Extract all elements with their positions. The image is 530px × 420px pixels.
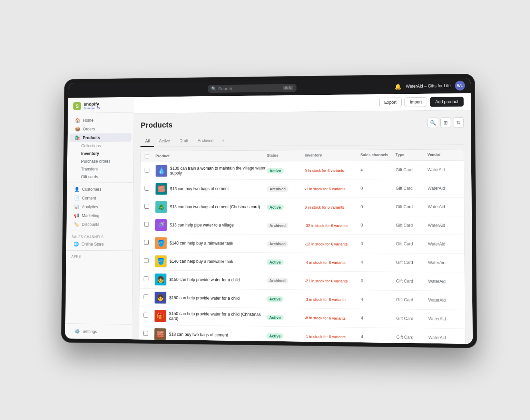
tab-draft[interactable]: Draft (175, 136, 193, 147)
th-vendor: Vendor (428, 152, 460, 158)
content-area: Export Import Add product Products 🔍 ⊞ ⇅ (132, 93, 473, 344)
th-sales-channels: Sales channels (361, 152, 396, 158)
sidebar-item-settings[interactable]: ⚙️ Settings (69, 327, 128, 336)
product-type-2: Gift Card (396, 204, 428, 209)
product-inventory-2: 0 in stock for 6 variants (305, 204, 361, 210)
product-status-2: Active (267, 204, 305, 210)
home-icon: 🏠 (75, 118, 80, 123)
table-row[interactable]: 💧 $100 can train a woman to maintain the… (140, 161, 464, 180)
add-product-button[interactable]: Add product (430, 97, 464, 107)
status-badge-5: Active (267, 259, 284, 265)
sidebar-item-products[interactable]: 🛍️ Products (69, 133, 131, 142)
row-checkbox-0[interactable] (145, 168, 155, 174)
sidebar-item-customers[interactable]: 👤 Customers (69, 185, 131, 193)
sidebar-item-marketing[interactable]: 📢 Marketing (69, 211, 131, 220)
import-button[interactable]: Import (404, 97, 427, 107)
sidebar-item-customers-label: Customers (82, 187, 101, 192)
sidebar-item-collections[interactable]: Collections (69, 142, 131, 150)
product-type-9: Gift Card (396, 335, 429, 340)
shopify-icon: S (73, 102, 81, 110)
table-row[interactable]: 👧 $150 can help provide water for a chil… (140, 270, 465, 291)
avatar[interactable]: WL (455, 81, 465, 91)
product-cell-6: 👧 $150 can help provide water for a chil… (155, 273, 267, 286)
tab-add-button[interactable]: + (218, 135, 228, 146)
sidebar-item-settings-label: Settings (82, 329, 97, 334)
row-checkbox-1[interactable] (145, 186, 155, 192)
row-checkbox-5[interactable] (144, 258, 155, 264)
sidebar-item-home[interactable]: 🏠 Home (70, 116, 132, 124)
shopify-text: shopify (84, 101, 100, 107)
search-bar[interactable]: 🔍 Search ⌘ K (208, 84, 296, 93)
page-title: Products (141, 121, 173, 130)
product-cell-8: 🎁 $150 can help provide water for a chil… (154, 310, 267, 323)
product-name-5: $140 can help buy a rainwater tank (169, 259, 233, 264)
table-row[interactable]: 🪣 $140 can help buy a rainwater tank Arc… (140, 234, 464, 254)
table-row[interactable]: 🎄 $18 can buy two bags of cement (Christ… (139, 343, 465, 344)
th-type: Type (395, 152, 427, 158)
product-cell-7: 👧 $150 can help provide water for a chil… (154, 291, 266, 305)
product-vendor-8: WaterAid (428, 316, 461, 321)
product-type-5: Gift Card (396, 260, 428, 265)
product-cell-4: 🪣 $140 can help buy a rainwater tank (155, 237, 266, 250)
tab-active[interactable]: Active (154, 136, 175, 147)
product-thumbnail-3: 🚿 (155, 219, 167, 231)
tab-archived[interactable]: Archived (193, 135, 218, 146)
settings-icon: ⚙️ (75, 329, 80, 334)
product-name-3: $13 can help pipe water to a village (170, 223, 234, 228)
marketing-icon: 📢 (74, 213, 79, 218)
tab-all[interactable]: All (140, 136, 154, 147)
table-row[interactable]: 🎄 $13 can buy two bags of cement (Christ… (140, 198, 464, 216)
row-checkbox-9[interactable] (143, 331, 154, 337)
search-products-button[interactable]: 🔍 (428, 118, 438, 128)
product-type-4: Gift Card (396, 241, 428, 247)
product-vendor-6: WaterAid (428, 279, 460, 284)
nav-divider-1 (67, 182, 133, 183)
inventory-text-5: -4 in stock for 6 variants (305, 260, 345, 265)
status-badge-7: Active (266, 296, 283, 302)
sidebar-item-products-label: Products (83, 135, 100, 140)
product-vendor-7: WaterAid (428, 298, 461, 303)
sidebar-item-discounts[interactable]: 🏷️ Discounts (68, 220, 131, 229)
row-checkbox-8[interactable] (144, 313, 154, 319)
search-placeholder: Search (218, 86, 232, 91)
row-checkbox-3[interactable] (144, 222, 155, 228)
notification-button[interactable]: 🔔 (395, 83, 402, 90)
product-thumbnail-5: 🪣 (155, 255, 167, 268)
sidebar-item-inventory[interactable]: Inventory (69, 150, 131, 158)
product-status-7: Active (266, 296, 305, 302)
sidebar-item-transfers[interactable]: Transfers (69, 165, 131, 173)
row-checkbox-2[interactable] (144, 204, 155, 210)
row-checkbox-7[interactable] (144, 294, 154, 301)
sidebar-item-orders[interactable]: 📦 Orders (70, 124, 132, 133)
content-icon: 📄 (74, 196, 80, 201)
sidebar-item-gift-cards[interactable]: Gift cards (69, 173, 131, 181)
inventory-text-4: -12 in stock for 6 variants (305, 242, 347, 246)
sidebar-item-analytics[interactable]: 📊 Analytics (69, 202, 131, 211)
product-status-6: Archived (266, 277, 305, 284)
export-button[interactable]: Export (379, 98, 402, 108)
product-sales-channels-1: 0 (361, 186, 396, 191)
sidebar-bottom: ⚙️ Settings (65, 323, 132, 339)
product-inventory-3: -32 in stock for 6 variants (305, 222, 361, 228)
product-cell-9: 🧱 $18 can buy two bags of cement (154, 328, 266, 342)
product-inventory-7: -3 in stock for 6 variants (305, 296, 361, 303)
product-sales-channels-7: 4 (361, 297, 396, 302)
table-row[interactable]: 🚿 $13 can help pipe water to a village A… (140, 216, 464, 235)
product-type-7: Gift Card (396, 297, 428, 302)
product-sales-channels-0: 4 (361, 168, 396, 173)
table-row[interactable]: 👧 $150 can help provide water for a chil… (139, 289, 465, 310)
sidebar-item-online-store[interactable]: 🌐 Online Store (68, 240, 131, 248)
select-all-checkbox[interactable] (145, 154, 149, 159)
sidebar-item-content-label: Content (82, 196, 96, 200)
product-name-6: $150 can help provide water for a child (169, 277, 240, 282)
sidebar-item-content[interactable]: 📄 Content (69, 194, 131, 202)
table-row[interactable]: 🪣 $140 can help buy a rainwater tank Act… (140, 252, 464, 272)
table-row[interactable]: 🧱 $13 can buy two bags of cement Archive… (140, 179, 464, 198)
sidebar-item-purchase-orders[interactable]: Purchase orders (69, 158, 131, 165)
row-checkbox-6[interactable] (144, 276, 154, 282)
row-checkbox-4[interactable] (144, 240, 155, 246)
sort-button[interactable]: ⇅ (453, 117, 464, 128)
product-vendor-2: WaterAid (428, 204, 460, 209)
inventory-text-6: -21 in stock for 6 variants (305, 279, 348, 283)
filter-button[interactable]: ⊞ (440, 117, 451, 128)
